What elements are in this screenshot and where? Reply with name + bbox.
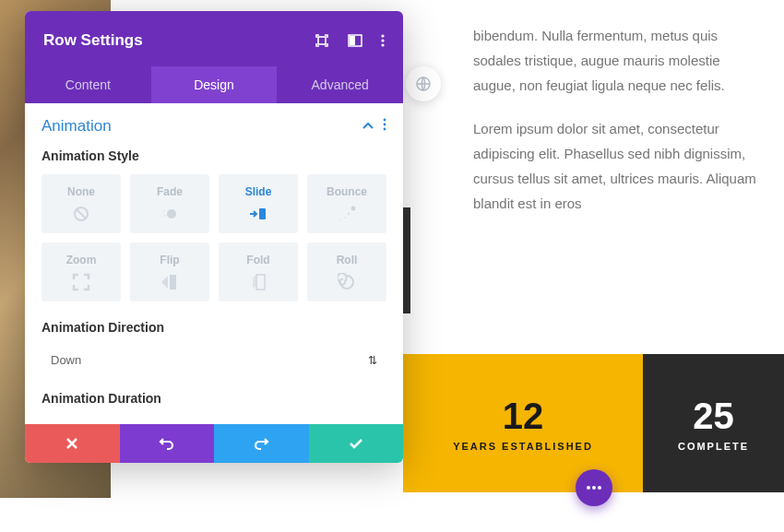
svg-point-4 xyxy=(381,39,384,41)
style-none[interactable]: None xyxy=(42,174,121,233)
animation-direction-select[interactable]: Down ⇅ xyxy=(42,346,386,374)
slide-icon xyxy=(219,204,298,224)
fab-button[interactable] xyxy=(576,469,612,506)
more-icon[interactable] xyxy=(381,33,385,48)
section-title: Animation xyxy=(42,117,112,136)
panel-header: Row Settings xyxy=(25,11,403,66)
expand-icon[interactable] xyxy=(315,33,329,48)
style-fade[interactable]: Fade xyxy=(130,174,209,233)
content-text: bibendum. Nulla fermentum, metus quis so… xyxy=(473,23,756,234)
style-flip[interactable]: Flip xyxy=(130,242,209,301)
tab-content[interactable]: Content xyxy=(25,66,151,103)
stat-years-num: 12 xyxy=(503,396,544,437)
svg-point-18 xyxy=(340,219,342,220)
stat-completed-label: COMPLETE xyxy=(678,441,749,452)
svg-point-13 xyxy=(162,213,164,215)
undo-button[interactable] xyxy=(120,424,215,463)
animation-style-label: Animation Style xyxy=(42,148,386,163)
row-settings-panel: Row Settings Content Design Advanced Ani… xyxy=(25,11,403,463)
svg-rect-20 xyxy=(170,275,176,290)
flip-icon xyxy=(130,272,209,292)
style-bounce[interactable]: Bounce xyxy=(307,174,386,233)
svg-point-15 xyxy=(351,207,356,211)
section-header[interactable]: Animation xyxy=(42,116,386,136)
none-icon xyxy=(42,204,121,224)
paragraph-2: Lorem ipsum dolor sit amet, consectetur … xyxy=(473,116,756,216)
chevron-up-icon[interactable] xyxy=(362,118,374,135)
svg-point-7 xyxy=(384,124,386,126)
svg-point-6 xyxy=(384,119,386,122)
tabs: Content Design Advanced xyxy=(25,66,403,103)
svg-point-25 xyxy=(598,486,601,490)
paragraph-1: bibendum. Nulla fermentum, metus quis so… xyxy=(473,23,756,98)
panel-title: Row Settings xyxy=(43,31,143,50)
style-slide[interactable]: Slide xyxy=(219,174,298,233)
svg-point-8 xyxy=(384,128,386,131)
panel-body: Animation Animation Style None Fade Slid… xyxy=(25,103,403,424)
section-more-icon[interactable] xyxy=(383,116,386,136)
roll-icon xyxy=(307,272,386,292)
svg-point-19 xyxy=(338,219,339,220)
direction-value: Down xyxy=(51,353,81,367)
svg-point-24 xyxy=(592,486,596,490)
animation-style-grid: None Fade Slide Bounce Zoom Flip Fold Ro… xyxy=(42,174,386,301)
svg-point-12 xyxy=(164,215,166,217)
style-roll[interactable]: Roll xyxy=(307,242,386,301)
select-caret-icon: ⇅ xyxy=(368,354,377,367)
stat-completed-num: 25 xyxy=(693,396,734,437)
animation-direction-label: Animation Direction xyxy=(42,320,386,335)
style-fold[interactable]: Fold xyxy=(219,242,298,301)
svg-point-17 xyxy=(344,217,346,219)
tab-design[interactable]: Design xyxy=(151,66,278,103)
stat-years-label: YEARS ESTABLISHED xyxy=(453,441,593,452)
stat-completed: 25 COMPLETE xyxy=(643,354,784,492)
fade-icon xyxy=(130,204,209,224)
section-actions xyxy=(362,116,386,136)
svg-rect-0 xyxy=(318,37,326,44)
tab-advanced[interactable]: Advanced xyxy=(277,66,403,103)
bounce-icon xyxy=(307,204,386,224)
svg-point-16 xyxy=(348,213,350,216)
svg-point-3 xyxy=(381,34,384,37)
zoom-icon xyxy=(42,272,121,292)
columns-icon[interactable] xyxy=(348,33,362,48)
stat-years: 12 YEARS ESTABLISHED xyxy=(403,354,643,492)
fold-icon xyxy=(219,272,298,292)
svg-rect-21 xyxy=(256,275,265,290)
globe-button[interactable] xyxy=(406,66,441,101)
svg-point-10 xyxy=(167,209,176,219)
svg-rect-2 xyxy=(350,36,355,45)
panel-footer xyxy=(25,424,403,463)
style-zoom[interactable]: Zoom xyxy=(42,242,121,301)
animation-duration-label: Animation Duration xyxy=(42,391,386,406)
svg-point-23 xyxy=(587,486,590,490)
save-button[interactable] xyxy=(309,424,404,463)
header-actions xyxy=(315,33,385,48)
svg-point-11 xyxy=(163,210,165,212)
svg-rect-14 xyxy=(259,208,266,219)
cancel-button[interactable] xyxy=(25,424,120,463)
svg-point-5 xyxy=(381,43,384,46)
redo-button[interactable] xyxy=(214,424,309,463)
